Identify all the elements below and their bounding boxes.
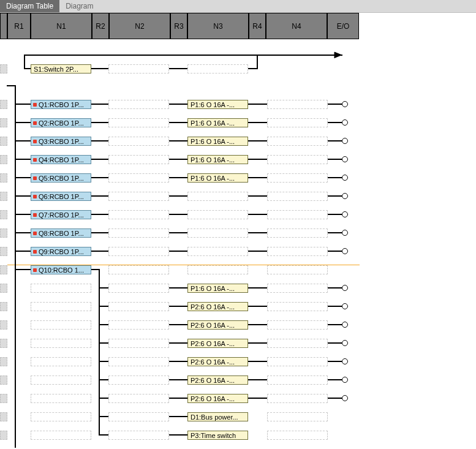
block-q6[interactable]: Q6:RCBO 1P... <box>31 192 91 201</box>
ruler-r2: R2 <box>92 13 109 39</box>
placeholder-n4 <box>267 320 328 330</box>
terminal-node <box>342 377 348 383</box>
block-q9[interactable]: Q9:RCBO 1P... <box>31 247 91 256</box>
tab-diagram-table[interactable]: Diagram Table <box>0 0 59 12</box>
gutter-cell <box>0 339 7 348</box>
gutter-cell <box>0 192 7 201</box>
placeholder-n3 <box>187 64 248 74</box>
block-q10[interactable]: Q10:RCBO 1... <box>31 265 91 274</box>
block-s1-switch[interactable]: S1:Switch 2P... <box>31 64 91 74</box>
block-sub-5[interactable]: P2:6 O 16A -... <box>187 375 248 385</box>
block-q3[interactable]: Q3:RCBO 1P... <box>31 137 91 146</box>
block-sub-8[interactable]: P3:Time switch <box>187 431 248 440</box>
placeholder-n4 <box>267 210 328 219</box>
placeholder-n4 <box>267 375 328 385</box>
placeholder-n4 <box>267 228 328 238</box>
placeholder-n2 <box>108 137 169 146</box>
terminal-node <box>342 340 348 346</box>
placeholder-n2 <box>108 284 169 293</box>
gutter-cell <box>0 265 7 274</box>
placeholder-n2 <box>108 192 169 201</box>
placeholder-n2 <box>108 265 169 274</box>
gutter-cell <box>0 284 7 293</box>
block-sub-4[interactable]: P2:6 O 16A -... <box>187 357 248 366</box>
gutter-cell <box>0 394 7 403</box>
diagram-page: Diagram Table Diagram R1 N1 R2 N2 R3 N3 … <box>0 0 476 449</box>
terminal-node <box>342 395 348 401</box>
terminal-node <box>342 138 348 144</box>
ruler-r4: R4 <box>249 13 266 39</box>
block-q4[interactable]: Q4:RCBO 1P... <box>31 155 91 164</box>
gutter-cell <box>0 64 7 74</box>
gutter-cell <box>0 247 7 256</box>
placeholder-n3 <box>187 265 248 274</box>
gutter-cell <box>0 412 7 421</box>
placeholder-n2 <box>108 394 169 403</box>
placeholder-n1 <box>31 284 91 293</box>
placeholder-n4 <box>267 155 328 164</box>
placeholder-n4 <box>267 192 328 201</box>
gutter-cell <box>0 302 7 311</box>
placeholder-n2 <box>108 302 169 311</box>
block-sub-2[interactable]: P2:6 O 16A -... <box>187 320 248 330</box>
block-n3-1[interactable]: P1:6 O 16A -... <box>187 118 248 127</box>
placeholder-n1 <box>31 431 91 440</box>
gutter-cell <box>0 431 7 440</box>
placeholder-n4 <box>267 412 328 421</box>
placeholder-n4 <box>267 339 328 348</box>
placeholder-n1 <box>31 412 91 421</box>
ruler-n1: N1 <box>31 13 92 39</box>
block-q8[interactable]: Q8:RCBO 1P... <box>31 228 91 238</box>
block-sub-1[interactable]: P2:6 O 16A -... <box>187 302 248 311</box>
gutter-cell <box>0 173 7 183</box>
placeholder-n2 <box>108 210 169 219</box>
gutter-cell <box>0 155 7 164</box>
block-sub-6[interactable]: P2:6 O 16A -... <box>187 394 248 403</box>
placeholder-n2 <box>108 247 169 256</box>
terminal-node <box>342 156 348 162</box>
block-n3-2[interactable]: P1:6 O 16A -... <box>187 137 248 146</box>
placeholder-n4 <box>267 265 328 274</box>
terminal-node <box>342 211 348 217</box>
placeholder-n2 <box>108 431 169 440</box>
block-n3-0[interactable]: P1:6 O 16A -... <box>187 100 248 109</box>
gutter-cell <box>0 118 7 127</box>
block-q7[interactable]: Q7:RCBO 1P... <box>31 210 91 219</box>
tab-diagram[interactable]: Diagram <box>59 0 99 12</box>
block-sub-0[interactable]: P1:6 O 16A -... <box>187 284 248 293</box>
row-gutter <box>0 39 7 449</box>
placeholder-n2 <box>108 155 169 164</box>
placeholder-n4 <box>267 100 328 109</box>
block-n3-4[interactable]: P1:6 O 16A -... <box>187 173 248 183</box>
placeholder-n4 <box>267 394 328 403</box>
block-n3-3[interactable]: P1:6 O 16A -... <box>187 155 248 164</box>
gutter-cell <box>0 210 7 219</box>
placeholder-n2 <box>108 339 169 348</box>
block-q1[interactable]: Q1:RCBO 1P... <box>31 100 91 109</box>
placeholder-n4 <box>267 173 328 183</box>
placeholder-n2 <box>108 412 169 421</box>
gutter-cell <box>0 228 7 238</box>
tab-bar: Diagram Table Diagram <box>0 0 476 13</box>
placeholder-n1 <box>31 357 91 366</box>
placeholder-n2 <box>108 118 169 127</box>
placeholder-n4 <box>267 302 328 311</box>
placeholder-n1 <box>31 375 91 385</box>
placeholder-n2 <box>108 100 169 109</box>
block-q2[interactable]: Q2:RCBO 1P... <box>31 118 91 127</box>
gutter-cell <box>0 357 7 366</box>
placeholder-n1 <box>31 320 91 330</box>
block-q5[interactable]: Q5:RCBO 1P... <box>31 173 91 183</box>
gutter-cell <box>0 137 7 146</box>
terminal-node <box>342 322 348 328</box>
terminal-node <box>342 285 348 291</box>
placeholder-n2 <box>108 375 169 385</box>
placeholder-n1 <box>31 394 91 403</box>
placeholder-n4 <box>267 137 328 146</box>
block-sub-3[interactable]: P2:6 O 16A -... <box>187 339 248 348</box>
ruler-n2: N2 <box>109 13 170 39</box>
placeholder-n2 <box>108 64 169 74</box>
placeholder-n4 <box>267 118 328 127</box>
block-sub-7[interactable]: D1:Bus power... <box>187 412 248 421</box>
placeholder-n2 <box>108 173 169 183</box>
